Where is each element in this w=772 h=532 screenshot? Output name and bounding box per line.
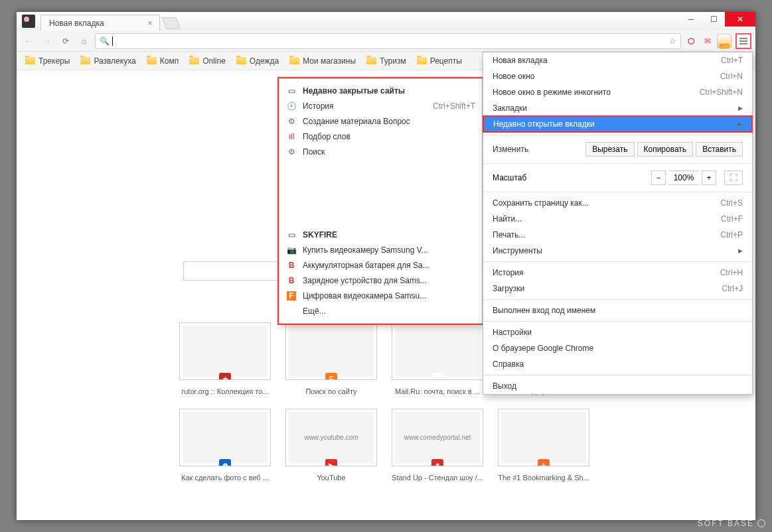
menu-separator xyxy=(483,299,752,300)
bookmark-label: Online xyxy=(202,56,226,66)
submenu-item[interactable]: 📷Купить видеокамеру Samsung V... xyxy=(279,242,482,257)
bookmark-star-icon[interactable]: ☆ xyxy=(669,36,676,46)
address-bar[interactable]: 🔍 ☆ xyxy=(95,33,681,49)
menu-exit[interactable]: Выход xyxy=(483,378,752,394)
thumbnail-image: www.comedyportal.net✶ xyxy=(392,409,483,466)
bookmark-folder[interactable]: Трекеры xyxy=(21,54,74,68)
minimize-button[interactable]: ─ xyxy=(680,12,702,27)
cut-button[interactable]: Вырезать xyxy=(585,142,634,157)
bookmark-label: Мои магазины xyxy=(303,56,356,66)
thumbnail-image: F xyxy=(285,322,377,380)
item-icon: 📷 xyxy=(286,245,297,255)
submenu-item[interactable]: FЦифровая видеокамера Samsu... xyxy=(279,288,482,303)
zoom-in-button[interactable]: + xyxy=(702,170,716,185)
bookmark-folder[interactable]: Мои магазины xyxy=(285,54,360,68)
menu-zoom-row: Масштаб − 100% + ⛶ xyxy=(483,166,752,189)
menu-separator xyxy=(483,163,752,164)
extension-gmail-icon[interactable]: ✉ xyxy=(700,34,715,48)
item-icon: B xyxy=(286,275,297,286)
menu-edit-row: Изменить Вырезать Копировать Вставить xyxy=(483,138,752,161)
extension-counter-icon[interactable] xyxy=(717,34,732,48)
menu-new-tab[interactable]: Новая вкладкаCtrl+T xyxy=(483,52,752,68)
submenu-item[interactable]: 🕘ИсторияCtrl+Shift+T xyxy=(279,98,482,113)
chevron-right-icon: ▶ xyxy=(738,105,743,111)
tab-active[interactable]: Новая вкладка × xyxy=(40,15,160,31)
menu-about[interactable]: О браузере Google Chrome xyxy=(483,340,752,356)
thumbnail-label: The #1 Bookmarking & Sh... xyxy=(498,474,589,482)
submenu-item[interactable]: ⚙Поиск xyxy=(279,144,482,159)
new-tab-button[interactable] xyxy=(162,17,181,29)
thumbnail-tile[interactable]: Mail.Ru: почта, поиск в ... xyxy=(392,322,483,395)
menu-settings[interactable]: Настройки xyxy=(483,324,752,340)
menu-bookmarks[interactable]: Закладки▶ xyxy=(483,100,752,116)
main-menu: Новая вкладкаCtrl+T Новое окноCtrl+N Нов… xyxy=(483,52,753,395)
site-badge-icon: ★ xyxy=(219,373,231,380)
window-controls: ─ ☐ ✕ xyxy=(680,12,755,27)
bookmark-label: Рецепты xyxy=(430,56,462,66)
submenu-item[interactable]: BЗарядное устройство для Sams... xyxy=(279,273,482,288)
thumbnail-tile[interactable]: +The #1 Bookmarking & Sh... xyxy=(498,409,589,482)
item-icon: ⚙ xyxy=(286,147,297,157)
menu-separator xyxy=(483,135,752,135)
submenu-item-label: Купить видеокамеру Samsung V... xyxy=(303,245,428,255)
submenu-device: ▭ SKYFIRE xyxy=(279,227,482,242)
search-icon: 🔍 xyxy=(100,36,110,46)
chevron-right-icon: ▶ xyxy=(737,121,742,127)
thumbnail-tile[interactable]: www.comedyportal.net✶Stand Up - Стендап … xyxy=(392,409,483,482)
reload-button[interactable]: ⟳ xyxy=(58,33,74,49)
back-button[interactable]: ← xyxy=(21,33,37,49)
menu-save-as[interactable]: Сохранить страницу как...Ctrl+S xyxy=(483,195,752,211)
thumbnail-tile[interactable]: www.youtube.com▶YouTube xyxy=(285,409,377,482)
zoom-out-button[interactable]: − xyxy=(651,170,666,185)
paste-button[interactable]: Вставить xyxy=(696,142,743,157)
submenu-more[interactable]: Ещё... xyxy=(279,303,482,318)
bookmark-folder[interactable]: Одежда xyxy=(232,54,283,68)
folder-icon xyxy=(25,57,35,64)
menu-new-window[interactable]: Новое окноCtrl+N xyxy=(483,68,752,84)
submenu-device-label: SKYFIRE xyxy=(303,230,337,239)
thumbnail-tile[interactable]: ★rutor.org :: Коллекция то... xyxy=(179,322,271,395)
menu-incognito[interactable]: Новое окно в режиме инкогнитоCtrl+Shift+… xyxy=(483,84,752,100)
extension-ublock-icon[interactable]: ⬡ xyxy=(684,34,698,48)
menu-edit-label: Изменить xyxy=(493,145,583,154)
fullscreen-button[interactable]: ⛶ xyxy=(724,170,743,185)
bookmark-folder[interactable]: Туризм xyxy=(362,54,411,68)
menu-separator xyxy=(483,375,752,375)
menu-downloads[interactable]: ЗагрузкиCtrl+J xyxy=(483,281,752,297)
menu-signed-in[interactable]: Выполнен вход под именем xyxy=(483,302,752,318)
close-window-button[interactable]: ✕ xyxy=(725,12,755,27)
thumbnail-tile[interactable]: ◉Как сделать фото с веб ... xyxy=(179,409,271,482)
menu-recent-tabs[interactable]: Недавно открытые вкладки▶ xyxy=(483,116,752,132)
submenu-item-label: Аккумуляторная батарея для Sa... xyxy=(303,261,429,270)
item-icon: B xyxy=(286,260,297,271)
home-button[interactable]: ⌂ xyxy=(76,33,92,49)
item-icon: ⚙ xyxy=(286,116,297,127)
bookmark-folder[interactable]: Online xyxy=(185,54,230,68)
window-icon: ▭ xyxy=(286,86,297,96)
bookmark-folder[interactable]: Рецепты xyxy=(412,54,467,68)
menu-history[interactable]: ИсторияCtrl+H xyxy=(483,265,752,281)
thumbnail-image xyxy=(392,322,483,380)
menu-button[interactable] xyxy=(735,33,751,49)
bookmark-folder[interactable]: Развлекуха xyxy=(76,54,140,68)
menu-tools[interactable]: Инструменты▶ xyxy=(483,243,752,259)
maximize-button[interactable]: ☐ xyxy=(702,12,725,27)
menu-zoom-label: Масштаб xyxy=(493,173,649,182)
extensions: ⬡ ✉ xyxy=(684,34,732,48)
bookmark-folder[interactable]: Комп xyxy=(142,54,183,68)
titlebar: Новая вкладка × ─ ☐ ✕ xyxy=(17,12,755,31)
menu-print[interactable]: Печать...Ctrl+P xyxy=(483,227,752,243)
thumbnail-tile[interactable]: FПоиск по сайту xyxy=(285,322,377,395)
submenu-item[interactable]: ıllПодбор слов xyxy=(279,129,482,144)
close-tab-icon[interactable]: × xyxy=(146,19,154,27)
thumbnail-label: Stand Up - Стендап шоу /... xyxy=(392,474,483,482)
text-cursor xyxy=(112,36,113,46)
menu-separator xyxy=(483,192,752,192)
menu-find[interactable]: Найти...Ctrl+F xyxy=(483,211,752,227)
copy-button[interactable]: Копировать xyxy=(637,142,694,157)
menu-help[interactable]: Справка xyxy=(483,356,752,372)
submenu-item[interactable]: BАккумуляторная батарея для Sa... xyxy=(279,257,482,273)
submenu-item[interactable]: ⚙Создание материала Вопрос xyxy=(279,113,482,129)
zoom-value: 100% xyxy=(668,170,699,185)
forward-button[interactable]: → xyxy=(39,33,55,49)
